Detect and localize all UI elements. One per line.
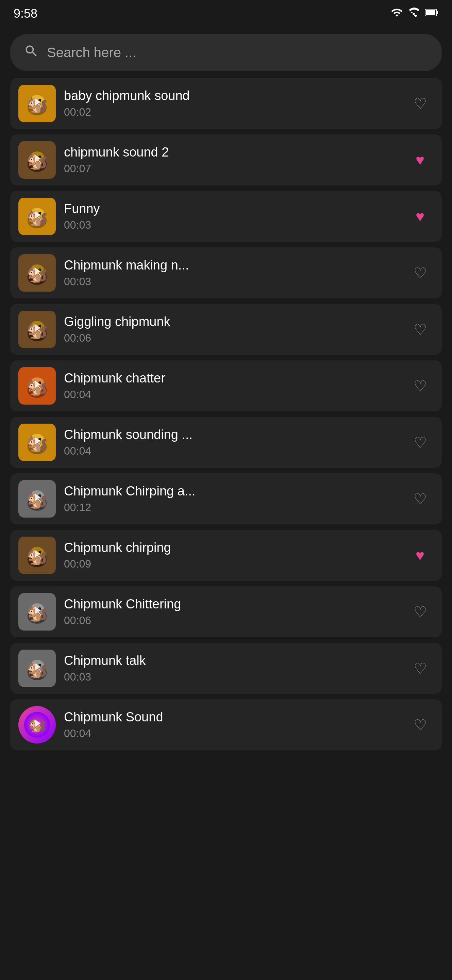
sound-info: Giggling chipmunk 00:06 [64,314,398,344]
signal-icon [391,6,403,21]
sound-title: chipmunk sound 2 [64,145,398,159]
thumbnail: 🐿️ [18,593,56,630]
favorite-outline-icon: ♡ [414,377,427,395]
sound-info: chipmunk sound 2 00:07 [64,145,398,175]
favorite-button[interactable]: ♡ [406,429,434,456]
sound-title: Chipmunk Chirping a... [64,484,398,498]
list-item[interactable]: 🐿️ baby chipmunk sound 00:02 ♡ [10,78,442,129]
thumbnail: 🐿️ [18,706,56,743]
play-icon[interactable] [31,322,43,337]
thumbnail: 🐿️ [18,367,56,404]
play-icon[interactable] [31,717,43,733]
play-icon[interactable] [31,548,43,563]
sound-info: Chipmunk chatter 00:04 [64,371,398,401]
play-icon[interactable] [31,266,43,281]
status-icons [391,6,438,21]
favorite-button[interactable]: ♡ [406,598,434,625]
wifi-icon [408,7,419,21]
favorite-button[interactable]: ♡ [406,90,434,117]
thumbnail: 🐿️ [18,85,56,122]
sound-duration: 00:09 [64,558,398,570]
list-item[interactable]: 🐿️ Funny 00:03 ♥ [10,191,442,242]
favorite-button[interactable]: ♡ [406,259,434,286]
thumbnail: 🐿️ [18,254,56,292]
sound-duration: 00:06 [64,614,398,627]
svg-rect-1 [437,11,438,14]
sound-title: Chipmunk making n... [64,258,398,272]
sound-info: Chipmunk chirping 00:09 [64,540,398,570]
list-item[interactable]: 🐿️ Chipmunk chirping 00:09 ♥ [10,530,442,581]
sound-duration: 00:02 [64,106,398,118]
sound-info: Chipmunk Chittering 00:06 [64,597,398,627]
list-item[interactable]: 🐿️ Chipmunk sounding ... 00:04 ♡ [10,417,442,468]
list-item[interactable]: 🐿️ Chipmunk Sound 00:04 ♡ [10,699,442,750]
favorite-button[interactable]: ♥ [406,146,434,173]
sound-info: Chipmunk Sound 00:04 [64,710,398,740]
list-item[interactable]: 🐿️ Chipmunk Chittering 00:06 ♡ [10,586,442,637]
favorite-filled-icon: ♥ [416,547,425,564]
sound-title: baby chipmunk sound [64,89,398,103]
sound-title: Chipmunk chirping [64,540,398,555]
sound-duration: 00:04 [64,445,398,457]
play-icon[interactable] [31,435,43,450]
sound-info: Chipmunk sounding ... 00:04 [64,427,398,457]
sound-info: Chipmunk talk 00:03 [64,653,398,683]
sound-title: Chipmunk Chittering [64,597,398,611]
favorite-outline-icon: ♡ [414,490,427,508]
sound-info: Chipmunk Chirping a... 00:12 [64,484,398,514]
thumbnail: 🐿️ [18,537,56,574]
status-time: 9:58 [14,6,37,21]
sound-title: Giggling chipmunk [64,314,398,329]
play-icon[interactable] [31,96,43,111]
sound-duration: 00:03 [64,671,398,683]
favorite-button[interactable]: ♡ [406,316,434,343]
favorite-button[interactable]: ♥ [406,203,434,230]
sound-title: Funny [64,202,398,216]
favorite-outline-icon: ♡ [414,321,427,338]
favorite-filled-icon: ♥ [416,208,425,225]
favorite-button[interactable]: ♡ [406,711,434,738]
sound-info: baby chipmunk sound 00:02 [64,89,398,118]
thumbnail: 🐿️ [18,198,56,235]
battery-icon [425,8,438,20]
favorite-button[interactable]: ♡ [406,485,434,512]
list-item[interactable]: 🐿️ Chipmunk Chirping a... 00:12 ♡ [10,473,442,524]
sound-info: Chipmunk making n... 00:03 [64,258,398,288]
search-input[interactable]: Search here ... [47,45,428,60]
list-item[interactable]: 🐿️ Chipmunk talk 00:03 ♡ [10,643,442,694]
favorite-filled-icon: ♥ [416,151,425,169]
thumbnail: 🐿️ [18,141,56,179]
sound-list: 🐿️ baby chipmunk sound 00:02 ♡ [0,78,452,756]
list-item[interactable]: 🐿️ Chipmunk making n... 00:03 ♡ [10,247,442,298]
search-icon [24,43,39,62]
sound-title: Chipmunk chatter [64,371,398,385]
favorite-outline-icon: ♡ [414,264,427,282]
favorite-outline-icon: ♡ [414,95,427,112]
svg-rect-2 [426,10,435,15]
play-icon[interactable] [31,661,43,676]
sound-duration: 00:06 [64,332,398,344]
play-icon[interactable] [31,605,43,620]
favorite-outline-icon: ♡ [414,660,427,677]
favorite-outline-icon: ♡ [414,716,427,733]
thumbnail: 🐿️ [18,311,56,348]
status-bar: 9:58 [0,0,452,27]
sound-duration: 00:03 [64,275,398,288]
play-icon[interactable] [31,492,43,507]
play-icon[interactable] [31,209,43,224]
play-icon[interactable] [31,379,43,394]
sound-info: Funny 00:03 [64,202,398,231]
sound-duration: 00:07 [64,162,398,175]
play-icon[interactable] [31,153,43,168]
favorite-button[interactable]: ♡ [406,655,434,682]
sound-title: Chipmunk sounding ... [64,427,398,442]
favorite-button[interactable]: ♡ [406,372,434,399]
list-item[interactable]: 🐿️ Giggling chipmunk 00:06 ♡ [10,304,442,355]
list-item[interactable]: 🐿️ Chipmunk chatter 00:04 ♡ [10,360,442,411]
favorite-button[interactable]: ♥ [406,542,434,569]
thumbnail: 🐿️ [18,649,56,687]
sound-title: Chipmunk talk [64,653,398,668]
favorite-outline-icon: ♡ [414,434,427,451]
list-item[interactable]: 🐿️ chipmunk sound 2 00:07 ♥ [10,134,442,185]
search-bar[interactable]: Search here ... [10,34,442,71]
